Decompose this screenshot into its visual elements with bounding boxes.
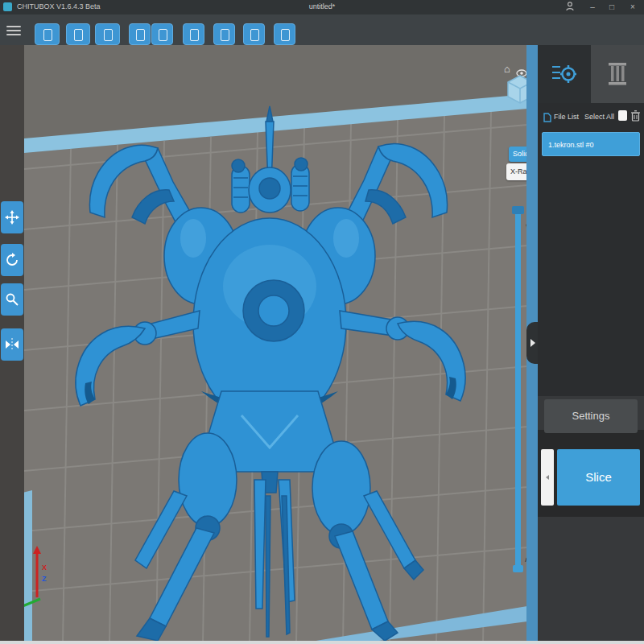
delete-model-icon	[104, 29, 113, 41]
home-view-icon[interactable]: ⌂	[504, 63, 510, 75]
settings-button[interactable]: Settings	[544, 399, 638, 433]
save-file-button[interactable]	[66, 23, 90, 45]
minimize-button[interactable]: –	[586, 2, 599, 13]
hollow-model-button[interactable]	[243, 23, 265, 45]
support-tab-icon	[607, 62, 628, 86]
document-title: untitled*	[0, 2, 644, 10]
undo-button[interactable]	[129, 23, 151, 45]
rotate-tool-icon	[5, 253, 19, 267]
clone-model-icon	[190, 29, 199, 41]
rotate-tool-button[interactable]	[1, 244, 23, 276]
layer-slider-top-handle[interactable]	[512, 206, 524, 214]
scale-tool-icon	[5, 292, 19, 307]
auto-arrange-button[interactable]	[213, 23, 235, 45]
layer-slider-bottom-handle[interactable]	[513, 565, 523, 572]
model-settings-tab-icon	[551, 62, 578, 86]
hollow-model-icon	[250, 29, 259, 41]
select-all-label[interactable]: Select All	[584, 113, 614, 121]
scale-tool-button[interactable]	[1, 283, 23, 316]
tab-support[interactable]	[591, 45, 644, 103]
clone-model-button[interactable]	[183, 23, 204, 45]
move-tool-icon	[5, 210, 19, 225]
delete-model-button[interactable]	[95, 23, 120, 45]
chevron-right-icon	[530, 339, 535, 347]
hamburger-menu-icon[interactable]	[6, 26, 21, 37]
chevron-left-icon	[546, 475, 549, 480]
tab-model-settings[interactable]	[538, 45, 591, 103]
bottom-edge-strip	[0, 641, 644, 644]
account-icon[interactable]	[564, 2, 576, 13]
auto-arrange-icon	[221, 29, 229, 41]
redo-icon	[159, 29, 167, 41]
open-file-icon	[43, 29, 52, 41]
file-list-header: File List	[554, 113, 579, 121]
title-bar: CHITUBOX V1.6.4.3 Beta untitled* – □ ×	[0, 0, 644, 14]
select-all-checkbox[interactable]	[618, 110, 627, 121]
dig-hole-button[interactable]	[274, 23, 295, 45]
maximize-button[interactable]: □	[605, 2, 618, 13]
file-list-item[interactable]: 1.tekron.stl #0	[542, 132, 640, 156]
open-file-button[interactable]	[35, 23, 60, 45]
file-list-icon	[543, 111, 551, 126]
close-button[interactable]: ×	[626, 2, 639, 13]
slice-button[interactable]: Slice	[557, 449, 640, 506]
mirror-tool-icon	[5, 337, 19, 352]
dig-hole-icon	[281, 29, 290, 41]
viewport-3d-scene[interactable]	[0, 45, 538, 644]
trash-icon[interactable]	[631, 110, 640, 125]
chitubox-window: CHITUBOX V1.6.4.3 Beta untitled* – □ ×	[0, 0, 644, 644]
axis-z-label: Z	[42, 575, 47, 583]
save-file-icon	[74, 29, 83, 41]
layer-slider-track[interactable]	[515, 209, 521, 570]
right-panel: File List Select All 1.tekron.stl #0 Set…	[538, 45, 644, 644]
redo-button[interactable]	[151, 23, 173, 45]
axis-x-label: X	[42, 564, 47, 572]
move-tool-button[interactable]	[1, 201, 23, 233]
undo-icon	[136, 29, 145, 41]
mirror-tool-button[interactable]	[1, 328, 23, 361]
